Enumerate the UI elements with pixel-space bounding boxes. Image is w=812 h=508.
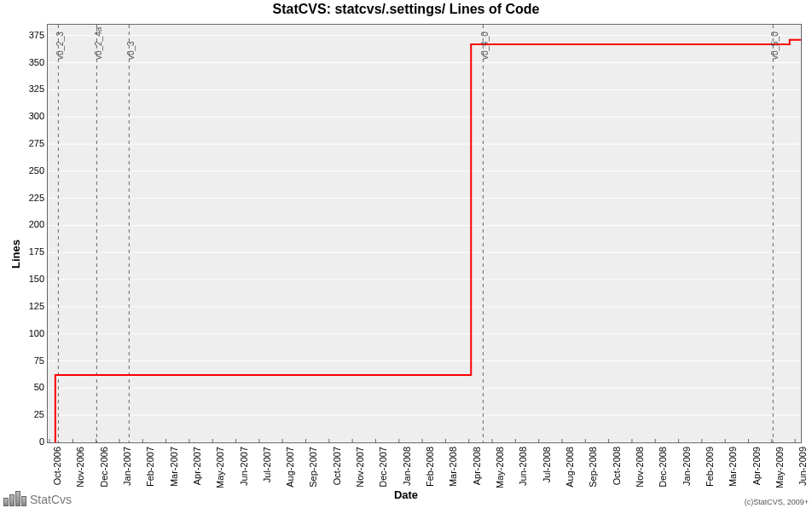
x-tick: Aug-2007 [285, 447, 295, 488]
x-tick: Apr-2008 [472, 447, 482, 485]
x-tick: May-2008 [495, 447, 505, 488]
x-tick: Jul-2008 [542, 447, 552, 482]
y-tick: 325 [6, 84, 44, 94]
y-tick: 200 [6, 219, 44, 229]
x-tick: Nov-2008 [635, 447, 645, 488]
y-tick: 175 [6, 246, 44, 257]
y-tick: 300 [6, 111, 44, 121]
chart-title: StatCVS: statcvs/.settings/ Lines of Cod… [0, 2, 812, 17]
x-tick: Oct-2007 [332, 447, 342, 485]
y-tick: 275 [6, 138, 44, 148]
y-tick: 350 [6, 57, 44, 67]
footer-copyright: (c)StatCVS, 2009+ [745, 498, 809, 506]
x-tick: May-2007 [215, 447, 225, 488]
x-tick: May-2009 [774, 447, 785, 488]
footer-brand: StatCvs [3, 491, 72, 506]
y-tick: 100 [6, 328, 44, 338]
x-tick: Dec-2006 [99, 447, 109, 488]
x-tick: Jan-2009 [682, 447, 692, 486]
reference-line-label: v0_3 [126, 41, 136, 60]
x-tick: Feb-2007 [145, 447, 155, 487]
y-tick: 150 [6, 274, 44, 284]
x-axis-label: Date [394, 488, 418, 501]
x-tick: Dec-2008 [658, 447, 668, 488]
x-tick: Jun-2007 [239, 447, 249, 486]
y-tick: 75 [6, 355, 44, 366]
x-tick: Jun-2008 [518, 447, 528, 486]
x-tick: Nov-2007 [355, 447, 365, 488]
x-tick: Mar-2009 [728, 447, 738, 487]
x-tick: Sep-2008 [588, 447, 598, 488]
x-tick: Feb-2008 [425, 447, 435, 487]
y-tick: 0 [6, 436, 44, 447]
y-tick: 25 [6, 409, 44, 419]
y-tick: 375 [6, 30, 44, 40]
logo-icon [3, 491, 26, 506]
reference-line-label: v0_2_3 [55, 32, 65, 60]
x-tick: Dec-2007 [378, 447, 388, 488]
x-tick: Oct-2008 [612, 447, 622, 485]
x-tick: Jul-2007 [262, 447, 272, 482]
x-tick: Mar-2007 [169, 447, 179, 487]
brand-text: StatCvs [30, 493, 72, 506]
x-tick: Aug-2008 [565, 447, 575, 488]
reference-line-label: v0_2_4a [94, 27, 103, 60]
x-tick: Sep-2007 [308, 447, 318, 488]
x-tick: Jan-2008 [402, 447, 412, 486]
y-tick: 50 [6, 382, 44, 392]
reference-line-label: v0_4_0 [480, 32, 490, 60]
plot-area [47, 24, 802, 443]
x-tick: Mar-2008 [448, 447, 458, 487]
y-tick: 250 [6, 165, 44, 176]
reference-line-label: v0_5_0 [770, 32, 780, 60]
y-tick: 125 [6, 301, 44, 311]
x-tick: Feb-2009 [705, 447, 715, 487]
x-tick: Jun-2009 [798, 447, 808, 486]
x-tick: Apr-2007 [192, 447, 202, 485]
y-tick: 225 [6, 193, 44, 203]
x-tick: Oct-2006 [52, 447, 62, 485]
x-tick: Nov-2006 [75, 447, 85, 488]
x-tick: Jan-2007 [122, 447, 132, 486]
x-tick: Apr-2009 [751, 447, 762, 485]
